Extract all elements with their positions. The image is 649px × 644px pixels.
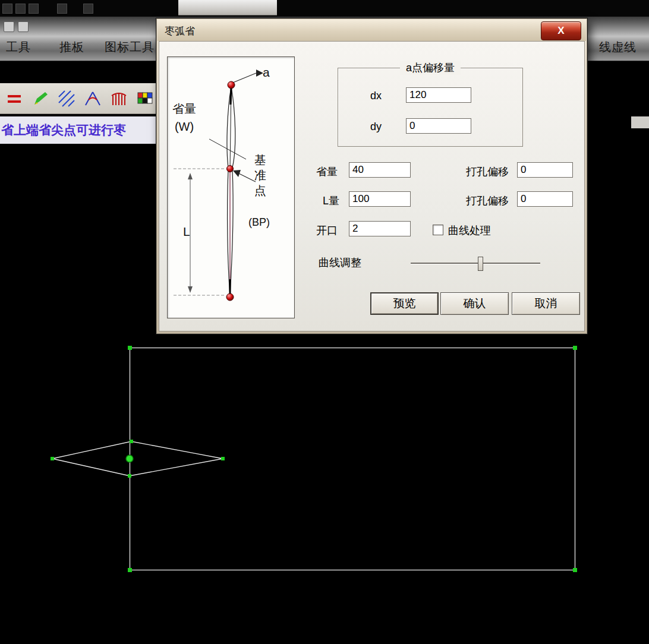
app-screen: 工具 推板 图标工具 线虚线 bbox=[0, 0, 649, 644]
punch-offset2-label: 打孔偏移 bbox=[466, 194, 509, 208]
dart-base-point[interactable] bbox=[126, 455, 133, 462]
menu-item-tools[interactable]: 工具 bbox=[6, 39, 31, 55]
dart-amount-input[interactable] bbox=[349, 162, 411, 178]
handle-dart-top[interactable] bbox=[130, 440, 133, 443]
menu-item-line-style[interactable]: 线虚线 bbox=[599, 39, 637, 55]
app-icon[interactable] bbox=[4, 21, 14, 32]
preview-l-label: L bbox=[183, 225, 190, 239]
punch-offset1-input[interactable] bbox=[517, 162, 573, 178]
cancel-button[interactable]: 取消 bbox=[512, 292, 580, 315]
l-amount-input[interactable] bbox=[349, 191, 411, 207]
app-icon[interactable] bbox=[18, 21, 29, 32]
dart-amount-label: 省量 bbox=[316, 165, 338, 179]
curve-adjust-label: 曲线调整 bbox=[319, 255, 361, 270]
preview-button[interactable]: 预览 bbox=[370, 292, 439, 315]
taskbar-icon[interactable] bbox=[2, 4, 12, 14]
equals-icon[interactable] bbox=[4, 88, 25, 109]
taskbar-icon[interactable] bbox=[83, 4, 93, 14]
dy-label: dy bbox=[370, 121, 382, 133]
curve-adjust-slider[interactable] bbox=[411, 263, 540, 264]
pencil-icon[interactable] bbox=[30, 88, 51, 109]
handle-dart-bottom[interactable] bbox=[128, 474, 131, 478]
dart-preview-panel: a 省量 (W) 基准点 (BP) L bbox=[167, 56, 295, 318]
status-hint-text: 省上端省尖点可进行枣 bbox=[0, 122, 126, 138]
curve-adjust-slider-thumb[interactable] bbox=[478, 257, 483, 271]
close-icon: X bbox=[557, 25, 564, 37]
pattern-rectangle[interactable] bbox=[130, 348, 575, 570]
hatch-icon[interactable] bbox=[56, 88, 77, 109]
preview-a-label: a bbox=[263, 65, 270, 80]
dialog-titlebar[interactable]: 枣弧省 X bbox=[157, 20, 586, 41]
handle-dart-right[interactable] bbox=[221, 457, 225, 460]
curve-process-label: 曲线处理 bbox=[448, 223, 491, 238]
taskbar-icon[interactable] bbox=[29, 4, 39, 14]
background-window-fragment bbox=[178, 0, 277, 15]
handle-bottom-right[interactable] bbox=[573, 568, 577, 572]
preview-base-point-label: 基准点 bbox=[254, 152, 269, 198]
dy-input[interactable] bbox=[406, 118, 471, 134]
comb-icon[interactable] bbox=[108, 88, 130, 109]
dialog-title: 枣弧省 bbox=[165, 24, 195, 38]
dx-input[interactable] bbox=[406, 87, 471, 103]
dart-diamond[interactable] bbox=[52, 441, 223, 476]
handle-dart-left[interactable] bbox=[51, 457, 54, 460]
a-point-offset-group: a点偏移量 dx dy bbox=[338, 68, 523, 147]
arc-dart-dialog: 枣弧省 X bbox=[156, 18, 588, 334]
palette-icon[interactable] bbox=[134, 88, 156, 109]
preview-dart-amount-unit: (W) bbox=[172, 118, 196, 135]
handle-top-left[interactable] bbox=[128, 346, 132, 350]
dx-label: dx bbox=[370, 90, 382, 102]
opening-input[interactable] bbox=[349, 221, 411, 236]
menu-item-icon-tools[interactable]: 图标工具 bbox=[105, 39, 155, 55]
handle-top-right[interactable] bbox=[573, 346, 577, 350]
handle-bottom-left[interactable] bbox=[128, 568, 132, 572]
dialog-body: a 省量 (W) 基准点 (BP) L a点偏移量 dx dy 省量 打孔偏移 bbox=[159, 41, 585, 332]
punch-offset1-label: 打孔偏移 bbox=[466, 165, 509, 179]
taskbar-icon[interactable] bbox=[57, 4, 67, 14]
taskbar-icon[interactable] bbox=[15, 4, 26, 14]
background-window-fragment bbox=[631, 116, 649, 128]
status-bar: 省上端省尖点可进行枣 bbox=[0, 116, 156, 144]
menu-item-grading[interactable]: 推板 bbox=[59, 39, 84, 55]
top-window-strip bbox=[0, 0, 649, 17]
preview-dart-amount-label: 省量 bbox=[172, 100, 196, 118]
punch-offset2-input[interactable] bbox=[517, 191, 573, 207]
toolbar bbox=[0, 83, 156, 114]
l-amount-label: L量 bbox=[323, 194, 339, 208]
opening-label: 开口 bbox=[316, 223, 338, 238]
a-point-offset-title: a点偏移量 bbox=[400, 61, 461, 75]
dart-diagram bbox=[168, 57, 294, 318]
curve-process-checkbox[interactable] bbox=[433, 225, 443, 235]
preview-base-point-abbr: (BP) bbox=[248, 216, 270, 229]
protractor-icon[interactable] bbox=[82, 88, 103, 109]
close-button[interactable]: X bbox=[541, 21, 581, 40]
confirm-button[interactable]: 确认 bbox=[440, 292, 509, 315]
